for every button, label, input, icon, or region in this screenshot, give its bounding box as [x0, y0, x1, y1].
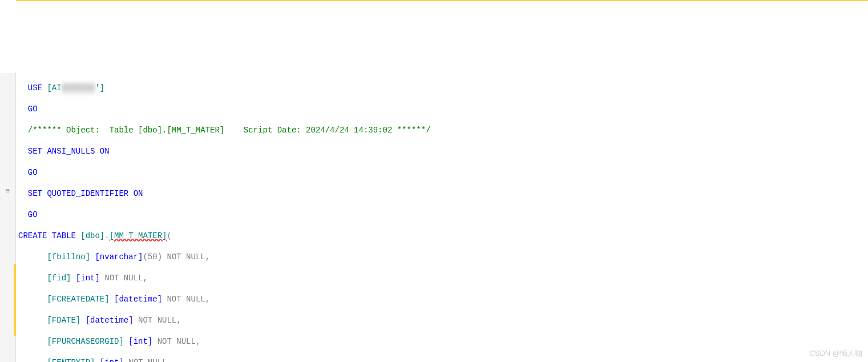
code-line: GO [18, 103, 868, 115]
code-editor[interactable]: ⊟ ⊟ ⊟ USE [AIXXXXXXX'] GO /****** Object… [0, 73, 868, 362]
code-area[interactable]: USE [AIXXXXXXX'] GO /****** Object: Tabl… [16, 73, 868, 362]
code-line: [fbillno] [nvarchar](50) NOT NULL, [18, 251, 868, 263]
code-line: /****** Object: Table [dbo].[MM_T_MATER]… [18, 124, 868, 136]
change-bar-top [16, 0, 868, 1]
code-line: GO [18, 167, 868, 179]
code-line: SET QUOTED_IDENTIFIER ON [18, 188, 868, 200]
watermark: CSDN @懒人咖 [809, 348, 862, 359]
code-line: [FCREATEDATE] [datetime] NOT NULL, [18, 293, 868, 305]
code-line: GO [18, 209, 868, 221]
code-line: [FPURCHASEORGID] [int] NOT NULL, [18, 336, 868, 348]
code-line: CREATE TABLE [dbo].[MM_T_MATER]( [18, 230, 868, 242]
code-line: SET ANSI_NULLS ON [18, 146, 868, 158]
code-line: [FENTRYID] [int] NOT NULL, [18, 357, 868, 362]
code-line: USE [AIXXXXXXX'] [18, 82, 868, 94]
code-line: [fid] [int] NOT NULL, [18, 272, 868, 284]
fold-toggle[interactable] [0, 82, 15, 94]
code-line: [FDATE] [datetime] NOT NULL, [18, 315, 868, 327]
fold-toggle[interactable]: ⊟ [0, 184, 15, 196]
